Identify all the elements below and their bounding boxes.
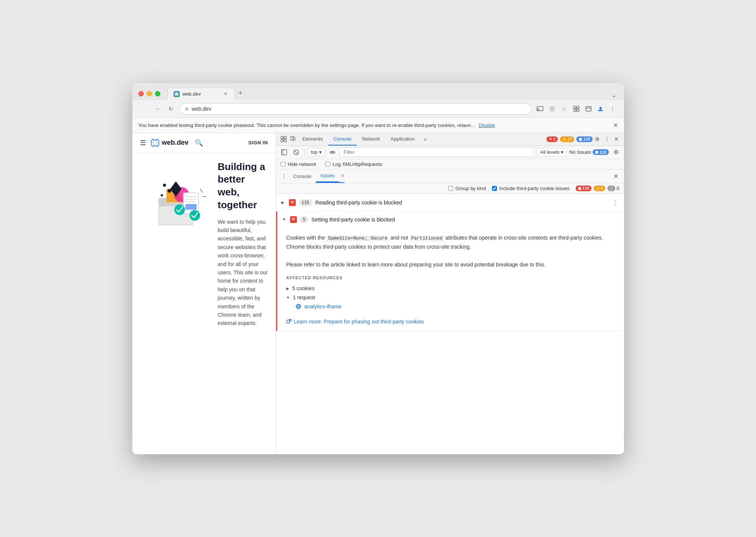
issue-header-setting[interactable]: ▼ ✕ 5 Setting third-party cookie is bloc… — [277, 212, 624, 227]
address-bar[interactable]: ⊕ web.dev — [179, 103, 532, 115]
site-logo[interactable]: web.dev — [151, 138, 189, 147]
more-tabs-button[interactable]: » — [420, 133, 430, 145]
no-issues-count-badge[interactable]: ◼ 120 — [593, 149, 609, 155]
hide-network-checkbox-label[interactable]: Hide network — [281, 161, 317, 167]
include-third-party-label[interactable]: Include third-party cookie issues — [492, 186, 570, 191]
svg-rect-21 — [185, 204, 197, 210]
tab-application[interactable]: Application — [385, 133, 420, 145]
affected-resources-title: AFFECTED RESOURCES — [286, 275, 616, 280]
svg-point-26 — [163, 184, 166, 187]
devtools-more-button[interactable]: ⋮ — [602, 133, 612, 145]
console-settings-button[interactable]: ⚙ — [611, 147, 621, 157]
forward-button[interactable]: → — [152, 104, 163, 114]
issues-badge[interactable]: ◼ 120 — [576, 136, 592, 142]
issues-count: 120 — [583, 137, 590, 141]
more-menu-button[interactable]: ⋮ — [607, 104, 618, 114]
clear-console-button[interactable] — [291, 147, 301, 157]
issues-info-count: 0 — [616, 186, 619, 191]
issues-tab-close-button[interactable]: ✕ — [341, 173, 345, 178]
address-security-icon: ⊕ — [185, 106, 189, 111]
issues-issues-tab[interactable]: Issues — [316, 170, 339, 182]
reload-button[interactable]: ↻ — [166, 104, 176, 114]
devtools-toggle-button[interactable] — [583, 104, 594, 114]
info-bar-disable-link[interactable]: Disable — [479, 122, 495, 128]
svg-rect-33 — [293, 137, 295, 140]
bookmark-button[interactable]: ☆ — [559, 104, 570, 114]
issue-expand-arrow-1: ▶ — [281, 200, 286, 204]
extension-button[interactable] — [571, 104, 582, 114]
toolbar-sep-1 — [304, 149, 304, 156]
issues-info-icon: ◻ — [607, 186, 615, 191]
learn-more-section: Learn more: Prepare for phasing out thir… — [286, 319, 616, 325]
affected-item-analytics[interactable]: analytics-iframe — [286, 302, 616, 311]
devtools-mobile-icon[interactable] — [288, 133, 297, 145]
minimize-traffic-light[interactable] — [147, 91, 152, 96]
svg-point-38 — [331, 151, 333, 153]
affected-item-request[interactable]: ▼ 1 request — [286, 293, 616, 302]
tab-elements[interactable]: Elements — [297, 133, 328, 145]
issue-header-reading[interactable]: ▶ ✕ 115 Reading third-party cookie is bl… — [276, 194, 624, 211]
info-bar-close-button[interactable]: ✕ — [613, 122, 618, 129]
learn-more-link[interactable]: Learn more: Prepare for phasing out thir… — [294, 319, 424, 325]
devtools-settings-button[interactable]: ⚙ — [593, 133, 602, 145]
analytics-iframe-icon — [295, 303, 301, 310]
console-filter-input[interactable] — [340, 147, 534, 157]
warnings-badge[interactable]: ⚠ 17 — [560, 136, 574, 142]
issues-error-icon: ◼ — [578, 186, 581, 191]
hero-description: We want to help you build beautiful, acc… — [218, 218, 268, 328]
analytics-iframe-link[interactable]: analytics-iframe — [304, 303, 342, 310]
issues-console-tab[interactable]: Console — [289, 170, 316, 182]
screenshare-button[interactable] — [547, 104, 557, 114]
affected-item-cookies[interactable]: ▶ 5 cookies — [286, 284, 616, 293]
log-levels-dropdown[interactable]: All levels ▾ — [537, 148, 567, 156]
tab-close-button[interactable]: ✕ — [223, 91, 229, 97]
eye-filter-button[interactable] — [328, 147, 337, 157]
include-third-party-checkbox[interactable] — [492, 186, 497, 191]
tab-collapse-button[interactable]: ⌄ — [610, 90, 618, 100]
profile-button[interactable] — [595, 104, 606, 114]
site-search-button[interactable]: 🔍 — [195, 139, 203, 147]
issue-title-2: Setting third-party cookie is blocked — [311, 217, 395, 223]
issues-error-count-badge: ◼ 120 — [576, 186, 591, 191]
info-bar: You have enabled testing third-party coo… — [132, 118, 624, 133]
sidebar-toggle-button[interactable] — [279, 147, 289, 157]
group-by-kind-checkbox[interactable] — [448, 186, 453, 191]
svg-line-23 — [200, 189, 202, 193]
tab-console[interactable]: Console — [328, 133, 357, 145]
group-by-kind-label[interactable]: Group by kind — [448, 186, 486, 191]
site-signin-button[interactable]: SIGN IN — [248, 140, 268, 145]
issue-title-1: Reading third-party cookie is blocked — [315, 200, 402, 206]
issues-warning-count: 0 — [601, 186, 603, 190]
devtools-close-button[interactable]: ✕ — [612, 133, 621, 145]
svg-point-1 — [537, 110, 537, 111]
issues-more-button[interactable]: ⋮ — [279, 171, 289, 181]
issue-body-setting: Cookies with the SameSite=None; Secure a… — [277, 227, 624, 331]
svg-rect-7 — [577, 109, 579, 111]
back-button[interactable]: ← — [138, 104, 149, 114]
cast-button[interactable] — [535, 104, 545, 114]
new-tab-button[interactable]: + — [235, 88, 246, 99]
fullscreen-traffic-light[interactable] — [155, 91, 160, 96]
title-bar: web.dev ✕ + ⌄ — [132, 83, 624, 100]
hamburger-menu-button[interactable]: ☰ — [140, 139, 146, 147]
close-traffic-light[interactable] — [138, 91, 144, 96]
nav-bar: ← → ↻ ⊕ web.dev — [132, 100, 624, 118]
hide-network-checkbox[interactable] — [281, 162, 286, 167]
issue-item-setting: ▼ ✕ 5 Setting third-party cookie is bloc… — [276, 212, 624, 331]
execution-context-dropdown[interactable]: top ▾ — [307, 148, 325, 156]
hero-text: Building a better web, together We want … — [218, 161, 268, 328]
console-checkbox-row: Hide network Log XMLHttpRequests — [276, 159, 624, 170]
browser-tab-active[interactable]: web.dev ✕ — [167, 88, 235, 100]
issues-warning-count-badge: ◻ 0 — [594, 186, 605, 191]
errors-badge[interactable]: ✕ 1 — [546, 136, 558, 142]
no-issues-indicator: No Issues ◼ 120 — [569, 149, 609, 155]
issues-panel-close-button[interactable]: ✕ — [611, 171, 621, 181]
site-logo-icon — [151, 138, 160, 147]
issue-count-1: 115 — [299, 199, 312, 206]
log-xmlhttp-checkbox[interactable] — [325, 162, 330, 167]
issue-more-button-1[interactable]: ⋮ — [612, 198, 619, 207]
log-xmlhttp-checkbox-label[interactable]: Log XMLHttpRequests — [325, 161, 382, 167]
warnings-count: 17 — [567, 137, 572, 141]
tab-network[interactable]: Network — [357, 133, 385, 145]
devtools-cursor-icon[interactable] — [279, 133, 288, 145]
